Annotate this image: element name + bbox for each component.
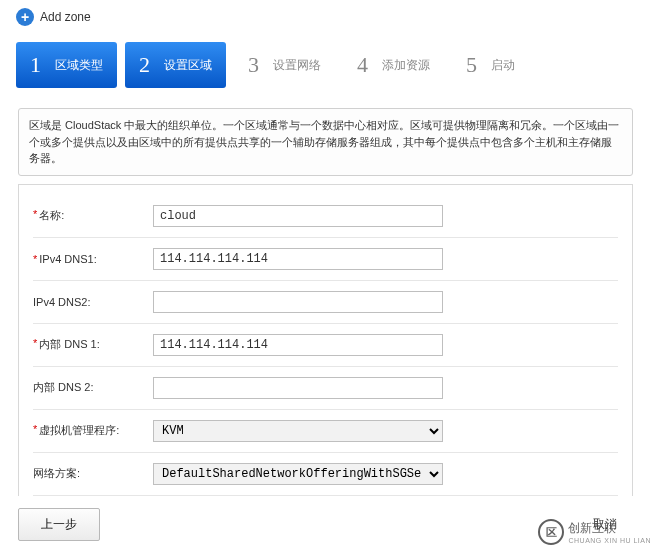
wizard-steps: 1 区域类型 2 设置区域 3 设置网络 4 添加资源 5 启动	[0, 34, 651, 96]
watermark-text: 创新互联	[568, 520, 651, 537]
label-ipv4-dns1: * IPv4 DNS1:	[33, 253, 153, 265]
label-ipv4-dns2: IPv4 DNS2:	[33, 296, 153, 308]
label-hypervisor: * 虚拟机管理程序:	[33, 423, 153, 438]
label-text: IPv4 DNS1:	[39, 253, 96, 265]
select-hypervisor[interactable]: KVM	[153, 420, 443, 442]
input-ipv4-dns2[interactable]	[153, 291, 443, 313]
step-launch[interactable]: 5 启动	[452, 42, 529, 88]
required-mark: *	[33, 208, 37, 223]
wizard-title: Add zone	[40, 10, 91, 24]
wizard-footer: 上一步 取消 区 创新互联 CHUANG XIN HU LIAN	[0, 496, 651, 553]
select-network-offering[interactable]: DefaultSharedNetworkOfferingWithSGServic…	[153, 463, 443, 485]
label-text: 内部 DNS 2:	[33, 380, 94, 395]
step-setup-network[interactable]: 3 设置网络	[234, 42, 335, 88]
row-internal-dns1: * 内部 DNS 1:	[33, 324, 618, 367]
step-number: 3	[248, 52, 259, 78]
label-network-offering: 网络方案:	[33, 466, 153, 481]
step-label: 添加资源	[382, 57, 430, 74]
watermark-subtext: CHUANG XIN HU LIAN	[568, 537, 651, 544]
row-ipv4-dns1: * IPv4 DNS1:	[33, 238, 618, 281]
row-hypervisor: * 虚拟机管理程序: KVM	[33, 410, 618, 453]
label-internal-dns1: * 内部 DNS 1:	[33, 337, 153, 352]
required-mark: *	[33, 423, 37, 438]
label-text: IPv4 DNS2:	[33, 296, 90, 308]
label-internal-dns2: 内部 DNS 2:	[33, 380, 153, 395]
required-mark: *	[33, 253, 37, 265]
watermark: 区 创新互联 CHUANG XIN HU LIAN	[538, 519, 651, 545]
row-network-offering: 网络方案: DefaultSharedNetworkOfferingWithSG…	[33, 453, 618, 496]
prev-button[interactable]: 上一步	[18, 508, 100, 541]
add-zone-icon: +	[16, 8, 34, 26]
input-internal-dns2[interactable]	[153, 377, 443, 399]
row-internal-dns2: 内部 DNS 2:	[33, 367, 618, 410]
step-number: 1	[30, 52, 41, 78]
label-text: 网络方案:	[33, 466, 80, 481]
zone-description: 区域是 CloudStack 中最大的组织单位。一个区域通常与一个数据中心相对应…	[18, 108, 633, 176]
watermark-logo-icon: 区	[538, 519, 564, 545]
input-internal-dns1[interactable]	[153, 334, 443, 356]
step-number: 2	[139, 52, 150, 78]
step-label: 设置网络	[273, 57, 321, 74]
label-text: 内部 DNS 1:	[39, 337, 100, 352]
step-number: 5	[466, 52, 477, 78]
wizard-header: + Add zone	[0, 0, 651, 34]
input-name[interactable]	[153, 205, 443, 227]
step-label: 设置区域	[164, 57, 212, 74]
step-setup-zone[interactable]: 2 设置区域	[125, 42, 226, 88]
step-zone-type[interactable]: 1 区域类型	[16, 42, 117, 88]
row-name: * 名称:	[33, 195, 618, 238]
label-text: 名称:	[39, 208, 64, 223]
label-text: 虚拟机管理程序:	[39, 423, 119, 438]
step-add-resource[interactable]: 4 添加资源	[343, 42, 444, 88]
required-mark: *	[33, 337, 37, 352]
label-name: * 名称:	[33, 208, 153, 223]
form-scroll-area[interactable]: * 名称: * IPv4 DNS1: IPv4 DNS2: * 内部 DNS 1…	[18, 184, 633, 504]
step-label: 启动	[491, 57, 515, 74]
form-container: * 名称: * IPv4 DNS1: IPv4 DNS2: * 内部 DNS 1…	[18, 184, 633, 504]
step-number: 4	[357, 52, 368, 78]
row-ipv4-dns2: IPv4 DNS2:	[33, 281, 618, 324]
step-label: 区域类型	[55, 57, 103, 74]
input-ipv4-dns1[interactable]	[153, 248, 443, 270]
